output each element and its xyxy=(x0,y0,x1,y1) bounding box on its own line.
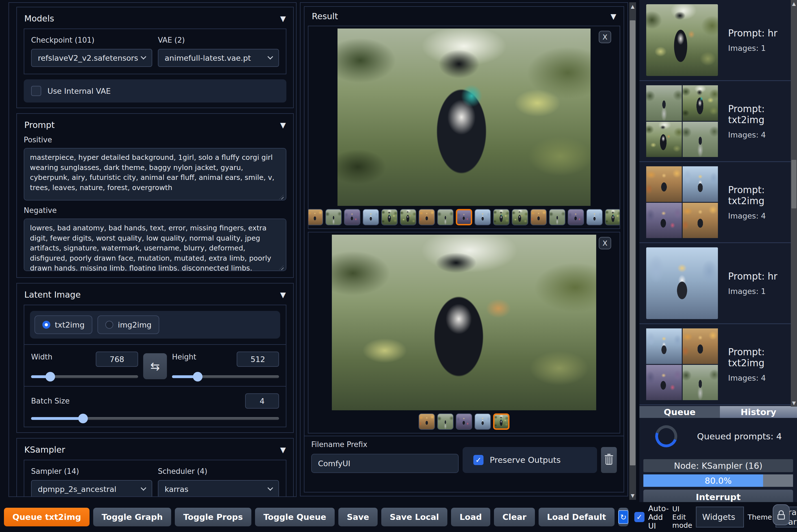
gallery-thumbnail[interactable] xyxy=(400,209,416,225)
loading-spinner-icon xyxy=(651,422,681,451)
history-entry[interactable]: Prompt: txt2img Images: 4 xyxy=(640,81,797,162)
auto-add-ui-label: Auto-Add UI xyxy=(648,504,668,530)
close-gallery-2-button[interactable]: X xyxy=(599,237,611,249)
filename-prefix-input[interactable] xyxy=(311,454,459,473)
scroll-down-icon[interactable]: ▼ xyxy=(629,492,636,499)
gallery-thumbnail[interactable] xyxy=(586,209,603,225)
gallery-thumbnail[interactable] xyxy=(456,209,472,225)
preserve-outputs-checkbox[interactable]: ✓ xyxy=(473,455,483,465)
scroll-up-icon[interactable]: ▲ xyxy=(629,3,636,10)
history-entry[interactable]: Prompt: hr Images: 1 xyxy=(640,243,797,324)
batch-size-input[interactable]: 4 xyxy=(245,393,279,408)
delete-outputs-button[interactable] xyxy=(601,447,617,473)
gallery-thumbnail[interactable] xyxy=(568,209,584,225)
sampler-label: Sampler (14) xyxy=(31,467,152,476)
gallery-thumbnail[interactable] xyxy=(605,209,620,225)
toggle-graph-button[interactable]: Toggle Graph xyxy=(93,508,171,526)
entry-thumbnail-grid[interactable] xyxy=(646,166,718,238)
collapse-icon[interactable]: ▼ xyxy=(280,290,286,299)
txt2img-radio[interactable]: txt2img xyxy=(35,316,92,334)
gallery-thumbnail[interactable] xyxy=(493,413,510,430)
refresh-ui-button[interactable]: ↻ xyxy=(618,508,628,526)
chevron-down-icon xyxy=(141,54,146,60)
scrollbar-thumb[interactable] xyxy=(791,160,796,208)
toggle-queue-button[interactable]: Toggle Queue xyxy=(255,508,335,526)
gallery-thumbnail[interactable] xyxy=(493,209,510,225)
entry-thumbnail[interactable] xyxy=(646,247,718,319)
history-entry[interactable]: Prompt: hr Images: 1 xyxy=(640,0,797,81)
use-internal-vae-checkbox[interactable] xyxy=(31,86,41,96)
collapse-icon[interactable]: ▼ xyxy=(280,14,286,23)
vae-select[interactable]: animefull-latest.vae.pt xyxy=(158,49,279,67)
scheduler-select[interactable]: karras xyxy=(158,480,279,497)
chevron-down-icon xyxy=(267,485,273,491)
check-icon: ✓ xyxy=(636,513,643,521)
auto-add-ui-checkbox[interactable]: ✓ xyxy=(634,512,645,522)
checkpoint-select[interactable]: refslaveV2_v2.safetensors xyxy=(31,49,152,67)
entry-thumbnail-grid[interactable] xyxy=(646,85,718,157)
swap-dimensions-button[interactable]: ⇆ xyxy=(143,353,167,379)
prompt-section: Prompt ▼ Positive masterpiece, hyper det… xyxy=(16,113,294,278)
gallery-thumbnail[interactable] xyxy=(363,209,379,225)
result-gallery-2: X xyxy=(308,232,620,434)
result-image-1[interactable] xyxy=(338,28,591,206)
sampler-select[interactable]: dpmpp_2s_ancestral xyxy=(31,480,152,497)
img2img-radio[interactable]: img2img xyxy=(97,316,159,334)
width-input[interactable]: 768 xyxy=(96,352,138,367)
widgets-select[interactable]: Widgets xyxy=(696,507,744,528)
clear-button[interactable]: Clear xyxy=(494,508,535,526)
gallery-thumbnail[interactable] xyxy=(419,413,435,430)
main-scrollbar[interactable]: ▲ ▼ xyxy=(629,2,636,500)
gallery-thumbnail[interactable] xyxy=(549,209,565,225)
swap-icon: ⇆ xyxy=(150,360,160,373)
gallery-1-thumbnails xyxy=(308,206,620,228)
gallery-thumbnail[interactable] xyxy=(437,209,454,225)
width-slider[interactable] xyxy=(31,375,138,378)
gallery-thumbnail[interactable] xyxy=(474,413,491,430)
entry-images-count: Images: 4 xyxy=(728,131,794,139)
scroll-up-icon[interactable]: ▲ xyxy=(791,0,797,7)
gallery-thumbnail[interactable] xyxy=(308,209,323,225)
collapse-icon[interactable]: ▼ xyxy=(280,121,286,129)
batch-size-slider[interactable] xyxy=(31,417,279,420)
queue-txt2img-button[interactable]: Queue txt2img xyxy=(4,508,90,526)
width-label: Width xyxy=(31,353,53,361)
tab-queue[interactable]: Queue xyxy=(640,406,720,418)
progress-bar: 80.0% xyxy=(643,474,793,487)
gallery-thumbnail[interactable] xyxy=(344,209,360,225)
save-button[interactable]: Save xyxy=(338,508,378,526)
collapse-icon[interactable]: ▼ xyxy=(280,445,286,454)
collapse-icon[interactable]: ▼ xyxy=(611,12,616,21)
toggle-props-button[interactable]: Toggle Props xyxy=(175,508,251,526)
height-input[interactable]: 512 xyxy=(237,352,279,367)
gallery-thumbnail[interactable] xyxy=(325,209,342,225)
gallery-thumbnail[interactable] xyxy=(437,413,454,430)
close-gallery-1-button[interactable]: X xyxy=(599,31,611,43)
negative-prompt-input[interactable]: lowres, bad anatomy, bad hands, text, er… xyxy=(24,218,286,271)
scroll-down-icon[interactable]: ▼ xyxy=(791,399,797,406)
history-entry[interactable]: Prompt: txt2img Images: 4 xyxy=(640,324,797,405)
tab-history[interactable]: History xyxy=(720,406,797,418)
scrollbar-thumb[interactable] xyxy=(630,20,635,466)
positive-prompt-input[interactable]: masterpiece, hyper detailed background, … xyxy=(24,148,286,201)
gallery-thumbnail[interactable] xyxy=(419,209,435,225)
gallery-thumbnail[interactable] xyxy=(512,209,528,225)
entry-thumbnail[interactable] xyxy=(646,4,718,76)
load-default-button[interactable]: Load Default xyxy=(538,508,614,526)
gallery-thumbnail[interactable] xyxy=(474,209,491,225)
gallery-thumbnail[interactable] xyxy=(381,209,398,225)
load-button[interactable]: Load xyxy=(451,508,490,526)
gallery-thumbnail[interactable] xyxy=(456,413,472,430)
gallery-thumbnail[interactable] xyxy=(530,209,547,225)
save-local-button[interactable]: Save Local xyxy=(381,508,448,526)
entry-thumbnail-grid[interactable] xyxy=(646,328,718,400)
height-slider[interactable] xyxy=(172,375,279,378)
history-entry[interactable]: Prompt: txt2img Images: 4 xyxy=(640,162,797,243)
close-icon: X xyxy=(602,33,607,41)
theme-label: Theme xyxy=(747,513,772,521)
history-scrollbar[interactable]: ▲ ▼ xyxy=(791,0,797,406)
result-image-2[interactable] xyxy=(332,235,596,410)
lock-button[interactable] xyxy=(773,504,790,525)
check-icon: ✓ xyxy=(475,456,481,464)
radio-selected-icon xyxy=(42,321,50,329)
